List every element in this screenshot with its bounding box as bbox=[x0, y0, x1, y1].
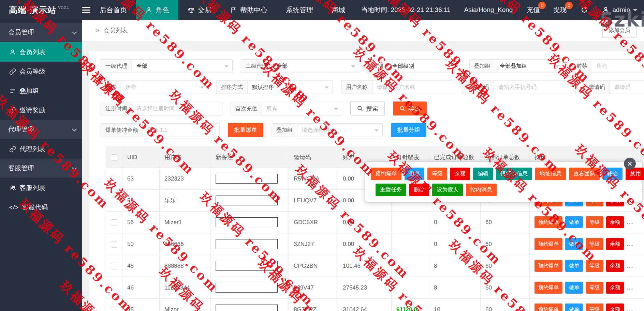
tab-roles[interactable]: 角色 bbox=[136, 0, 178, 20]
row-action-2-button[interactable]: 等级 bbox=[586, 304, 603, 311]
popup-action-button[interactable]: 重置任务 bbox=[376, 184, 406, 196]
filter-agent2-select[interactable]: 全部 bbox=[272, 59, 359, 73]
row-checkbox[interactable] bbox=[111, 219, 117, 226]
popup-action-button[interactable]: 删除 bbox=[409, 184, 429, 196]
filter-level-select[interactable]: 全部级别 bbox=[388, 59, 461, 73]
cell-needle-range: 61120.0 bbox=[392, 299, 429, 311]
sidebar-toggle-button[interactable] bbox=[82, 0, 90, 20]
tab-dashboard[interactable]: 后台首页 bbox=[90, 0, 136, 20]
row-action-3-button[interactable]: 余额 bbox=[606, 238, 624, 250]
row-action-2-button[interactable]: 等级 bbox=[586, 216, 603, 228]
row-checkbox[interactable] bbox=[111, 285, 117, 291]
popup-action-button[interactable]: 余额 bbox=[450, 168, 470, 180]
row-action-0-button[interactable]: 预约爆单 bbox=[535, 216, 562, 228]
remark-input[interactable] bbox=[216, 305, 278, 311]
export-button[interactable]: 导出 bbox=[393, 102, 427, 115]
popup-action-button[interactable]: 设为假人 bbox=[432, 184, 463, 196]
popup-action-button[interactable]: 地址信息 bbox=[535, 168, 566, 180]
row-action-2-button[interactable]: 等级 bbox=[586, 282, 603, 294]
row-action-1-button[interactable]: 做单 bbox=[565, 260, 583, 272]
app-title: 高端-演示站 bbox=[9, 4, 56, 16]
popup-action-button[interactable]: 银行卡信息 bbox=[496, 168, 532, 180]
popup-action-button[interactable]: 编辑 bbox=[473, 168, 493, 180]
recharge-menu[interactable]: 充值 0 bbox=[519, 0, 546, 20]
refresh-button[interactable] bbox=[573, 0, 595, 20]
sidebar-group-member-manage[interactable]: 会员管理 bbox=[0, 23, 82, 42]
sidebar-item-agent-list[interactable]: 代理列表 bbox=[0, 139, 82, 159]
register-time-input[interactable] bbox=[132, 102, 222, 115]
remark-input[interactable] bbox=[216, 239, 278, 249]
sidebar-item-member-list[interactable]: 会员列表 bbox=[0, 42, 82, 62]
table-row: 48888888CPG2BN101.46860预约爆单做单等级余额... bbox=[106, 255, 644, 277]
batch-group-button[interactable]: 批量分组 bbox=[391, 123, 426, 137]
phone-filter-input[interactable] bbox=[494, 80, 576, 94]
remark-input[interactable] bbox=[216, 283, 278, 293]
remark-input[interactable] bbox=[216, 196, 278, 205]
row-action-0-button[interactable]: 预约爆单 bbox=[535, 238, 562, 250]
remark-input[interactable] bbox=[216, 174, 278, 184]
person-icon bbox=[9, 49, 16, 56]
sidebar-item-service-list[interactable]: 客服列表 bbox=[0, 178, 82, 198]
popup-action-button[interactable]: 查看团队 bbox=[569, 168, 600, 180]
invite-code-filter-input[interactable] bbox=[610, 80, 644, 94]
tab-mall[interactable]: 商城 bbox=[322, 0, 354, 20]
filter-agent1-select[interactable]: 全部 bbox=[132, 59, 233, 73]
sidebar-item-stack-group[interactable]: 叠加组 bbox=[0, 81, 82, 100]
batch-burst-button[interactable]: 批量爆单 bbox=[228, 123, 263, 137]
row-action-0-button[interactable]: 预约爆单 bbox=[535, 304, 562, 311]
tab-trade[interactable]: 交易 bbox=[178, 0, 221, 20]
filter-ban-select[interactable]: 所有 bbox=[592, 59, 644, 73]
more-actions-indicator[interactable]: ... bbox=[627, 284, 633, 291]
more-actions-indicator[interactable]: ... bbox=[627, 219, 633, 226]
search-button[interactable]: 搜索 bbox=[350, 102, 385, 115]
row-action-2-button[interactable]: 等级 bbox=[586, 238, 603, 250]
popup-action-button[interactable]: 做单 bbox=[405, 168, 424, 180]
sidebar-item-member-level[interactable]: 会员等级 bbox=[0, 62, 82, 81]
row-checkbox[interactable] bbox=[111, 198, 117, 204]
close-icon[interactable]: ✕ bbox=[624, 158, 636, 170]
burst-amount-input[interactable] bbox=[143, 123, 220, 137]
popup-action-button[interactable]: 预约爆单 bbox=[371, 168, 401, 180]
batch-group-select[interactable]: 请选择叠加组 bbox=[297, 123, 383, 137]
row-checkbox[interactable] bbox=[111, 176, 117, 182]
filter-sort-select[interactable]: 默认排序 bbox=[248, 80, 333, 94]
row-checkbox[interactable] bbox=[111, 263, 117, 269]
cell-account: 0.00 bbox=[338, 233, 392, 255]
more-actions-indicator[interactable]: ... bbox=[627, 241, 633, 248]
first-pay-select[interactable]: 所有 bbox=[262, 102, 342, 115]
row-checkbox[interactable] bbox=[111, 241, 117, 248]
row-action-1-button[interactable]: 做单 bbox=[565, 282, 583, 294]
recharge-badge: 0 bbox=[538, 2, 546, 9]
row-action-1-button[interactable]: 做单 bbox=[565, 238, 583, 250]
filter-group-select[interactable]: 全部叠加组 bbox=[495, 59, 564, 73]
row-action-3-button[interactable]: 余额 bbox=[606, 216, 624, 228]
row-action-1-button[interactable]: 做单 bbox=[565, 216, 583, 228]
sidebar-item-invite-reward[interactable]: 邀请奖励 bbox=[0, 100, 82, 120]
row-action-3-button[interactable]: 余额 bbox=[606, 282, 624, 294]
filter-firstpay-label: 首次充值 bbox=[231, 102, 262, 115]
row-action-2-button[interactable]: 等级 bbox=[586, 260, 603, 272]
popup-action-button[interactable]: 等级 bbox=[427, 168, 447, 180]
row-action-3-button[interactable]: 余额 bbox=[606, 260, 624, 272]
select-all-checkbox[interactable] bbox=[111, 154, 117, 161]
withdraw-menu[interactable]: 提现 0 bbox=[546, 0, 573, 20]
popup-action-button[interactable]: 站内消息 bbox=[466, 184, 497, 196]
tab-system-manage[interactable]: 系统管理 bbox=[277, 0, 322, 20]
popup-action-button[interactable]: 账变 bbox=[603, 168, 623, 180]
more-actions-indicator[interactable]: ... bbox=[627, 263, 633, 269]
filter-status-select[interactable]: 所有 bbox=[121, 80, 208, 94]
sidebar-item-service-code[interactable]: </> 客服代码 bbox=[0, 198, 82, 217]
username-filter-input[interactable] bbox=[372, 80, 454, 94]
more-actions-indicator[interactable]: ... bbox=[627, 306, 633, 311]
row-action-0-button[interactable]: 预约爆单 bbox=[535, 282, 562, 294]
row-action-0-button[interactable]: 预约爆单 bbox=[535, 260, 562, 272]
popup-actions-row-1: 预约爆单做单等级余额编辑银行卡信息地址信息查看团队账变禁用已激活 bbox=[371, 168, 638, 180]
row-action-3-button[interactable]: 余额 bbox=[606, 304, 624, 311]
sidebar-group-service-manage[interactable]: 客服管理 bbox=[0, 159, 82, 178]
remark-input[interactable] bbox=[216, 217, 278, 227]
remark-input[interactable] bbox=[216, 261, 278, 271]
tab-help-center[interactable]: 帮助中心 bbox=[221, 0, 277, 20]
row-action-1-button[interactable]: 做单 bbox=[565, 304, 583, 311]
sidebar-group-agent-manage[interactable]: 代理管理 bbox=[0, 120, 82, 139]
row-checkbox[interactable] bbox=[111, 307, 117, 311]
